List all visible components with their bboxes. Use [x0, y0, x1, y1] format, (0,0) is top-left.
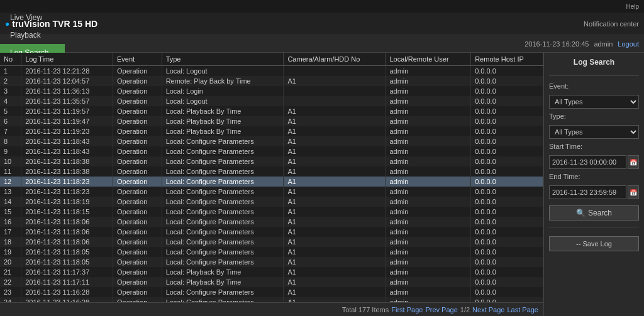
save-log-button[interactable]: -- Save Log [549, 236, 639, 251]
panel-title: Log Search [549, 58, 639, 67]
table-row[interactable]: 222016-11-23 11:17:11OperationLocal: Pla… [0, 277, 543, 287]
last-page-link[interactable]: Last Page [507, 306, 538, 313]
table-row[interactable]: 72016-11-23 11:19:23OperationLocal: Play… [0, 126, 543, 136]
table-cell: 9 [0, 146, 21, 156]
table-wrapper[interactable]: NoLog TimeEventTypeCamera/Alarm/HDD NoLo… [0, 53, 543, 302]
table-cell: Local: Logout [162, 96, 284, 106]
table-cell: 14 [0, 197, 21, 207]
table-row[interactable]: 32016-11-23 11:36:13OperationLocal: Logi… [0, 86, 543, 96]
type-label: Type: [549, 112, 639, 120]
table-cell: Local: Configure Parameters [162, 136, 284, 146]
table-cell: Remote: Play Back by Time [162, 76, 284, 86]
table-cell [284, 66, 386, 77]
table-cell: Local: Configure Parameters [162, 227, 284, 237]
table-row[interactable]: 212016-11-23 11:17:37OperationLocal: Pla… [0, 267, 543, 277]
table-cell: admin [386, 146, 471, 156]
end-time-cal-button[interactable]: 📅 [628, 185, 639, 199]
prev-page-link[interactable]: Prev Page [425, 306, 457, 313]
search-button[interactable]: 🔍 Search [549, 205, 639, 221]
help-link[interactable]: Help [626, 3, 639, 10]
table-cell: 0.0.0.0 [471, 217, 543, 227]
table-cell: 5 [0, 106, 21, 116]
nav-right: 2016-11-23 16:20:45 admin Logout [525, 40, 644, 48]
table-cell: A1 [284, 156, 386, 166]
table-cell: 23 [0, 287, 21, 297]
table-cell: 19 [0, 247, 21, 257]
table-cell: admin [386, 267, 471, 277]
nav-bar: Live ViewPlaybackLog SearchConfiguration… [0, 35, 644, 53]
table-cell: Operation [113, 126, 162, 136]
table-row[interactable]: 182016-11-23 11:18:06OperationLocal: Con… [0, 237, 543, 247]
table-cell: 0.0.0.0 [471, 126, 543, 136]
next-page-link[interactable]: Next Page [472, 306, 504, 313]
table-cell: 0.0.0.0 [471, 227, 543, 237]
table-row[interactable]: 242016-11-23 11:16:28OperationLocal: Con… [0, 297, 543, 302]
table-cell: A1 [284, 76, 386, 86]
table-cell: A1 [284, 287, 386, 297]
table-row[interactable]: 12016-11-23 12:21:28OperationLocal: Logo… [0, 66, 543, 77]
table-row[interactable]: 132016-11-23 11:18:23OperationLocal: Con… [0, 187, 543, 197]
nav-item-live-view[interactable]: Live View [0, 9, 65, 26]
table-row[interactable]: 42016-11-23 11:35:57OperationLocal: Logo… [0, 96, 543, 106]
start-time-input[interactable] [549, 155, 626, 169]
table-row[interactable]: 172016-11-23 11:18:06OperationLocal: Con… [0, 227, 543, 237]
table-row[interactable]: 202016-11-23 11:18:05OperationLocal: Con… [0, 257, 543, 267]
table-cell: admin [386, 187, 471, 197]
first-page-link[interactable]: First Page [391, 306, 423, 313]
table-row[interactable]: 112016-11-23 11:18:38OperationLocal: Con… [0, 166, 543, 177]
table-cell: Local: Login [162, 86, 284, 96]
table-cell: 2016-11-23 11:19:23 [21, 126, 113, 136]
table-cell: Operation [113, 227, 162, 237]
table-cell: 2 [0, 76, 21, 86]
table-row[interactable]: 192016-11-23 11:18:05OperationLocal: Con… [0, 247, 543, 257]
table-cell: 24 [0, 297, 21, 302]
table-row[interactable]: 62016-11-23 11:19:47OperationLocal: Play… [0, 116, 543, 126]
table-row[interactable]: 52016-11-23 11:19:57OperationLocal: Play… [0, 106, 543, 116]
table-cell: 2016-11-23 12:21:28 [21, 66, 113, 77]
table-footer: Total 177 Items First Page Prev Page 1/2… [0, 302, 543, 316]
table-cell: Local: Configure Parameters [162, 237, 284, 247]
table-cell: A1 [284, 106, 386, 116]
table-cell: 2016-11-23 11:18:05 [21, 257, 113, 267]
table-cell: 2016-11-23 11:17:11 [21, 277, 113, 287]
table-row[interactable]: 82016-11-23 11:18:43OperationLocal: Conf… [0, 136, 543, 146]
table-cell: admin [386, 177, 471, 187]
table-cell: A1 [284, 146, 386, 156]
table-cell: A1 [284, 207, 386, 217]
event-select[interactable]: All TypesAlarmOperationExceptionInformat… [549, 95, 639, 109]
table-cell: 2016-11-23 11:18:23 [21, 177, 113, 187]
table-row[interactable]: 232016-11-23 11:16:28OperationLocal: Con… [0, 287, 543, 297]
table-cell: Local: Configure Parameters [162, 207, 284, 217]
table-cell: 0.0.0.0 [471, 86, 543, 96]
table-cell: admin [386, 197, 471, 207]
table-cell: A1 [284, 166, 386, 177]
table-cell: A1 [284, 126, 386, 136]
logout-link[interactable]: Logout [618, 40, 639, 48]
nav-item-playback[interactable]: Playback [0, 26, 65, 44]
table-cell: 20 [0, 257, 21, 267]
table-cell: 12 [0, 177, 21, 187]
notification-center[interactable]: Notification center [584, 20, 639, 28]
table-cell: A1 [284, 267, 386, 277]
table-row[interactable]: 22016-11-23 12:04:57OperationRemote: Pla… [0, 76, 543, 86]
table-row[interactable]: 152016-11-23 11:18:15OperationLocal: Con… [0, 207, 543, 217]
start-time-cal-button[interactable]: 📅 [628, 155, 639, 169]
col-header: No [0, 53, 21, 66]
type-select[interactable]: All Types [549, 125, 639, 139]
table-cell: admin [386, 207, 471, 217]
table-cell: Local: Playback By Time [162, 126, 284, 136]
table-row[interactable]: 142016-11-23 11:18:19OperationLocal: Con… [0, 197, 543, 207]
end-time-input[interactable] [549, 185, 626, 199]
table-row[interactable]: 92016-11-23 11:18:43OperationLocal: Conf… [0, 146, 543, 156]
table-cell: Operation [113, 86, 162, 96]
table-cell: 0.0.0.0 [471, 136, 543, 146]
table-cell: Local: Playback By Time [162, 277, 284, 287]
start-time-label: Start Time: [549, 143, 639, 150]
table-cell: 2016-11-23 11:36:13 [21, 86, 113, 96]
table-row[interactable]: 102016-11-23 11:18:38OperationLocal: Con… [0, 156, 543, 166]
table-cell: admin [386, 287, 471, 297]
table-cell: Operation [113, 156, 162, 166]
table-cell: A1 [284, 237, 386, 247]
table-row[interactable]: 122016-11-23 11:18:23OperationLocal: Con… [0, 177, 543, 187]
table-row[interactable]: 162016-11-23 11:18:06OperationLocal: Con… [0, 217, 543, 227]
